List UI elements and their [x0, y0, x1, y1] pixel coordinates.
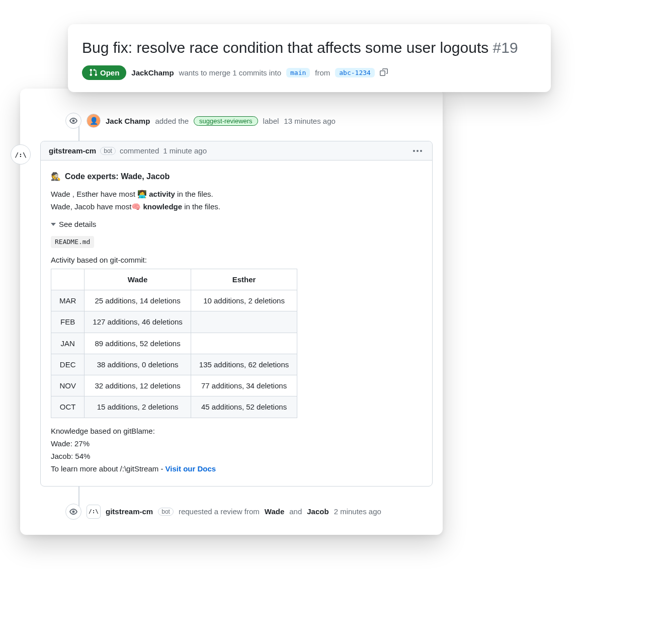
comment-body: 🕵️ Code experts: Wade, Jacob Wade , Esth…: [41, 160, 432, 486]
base-branch-chip[interactable]: main: [286, 68, 310, 77]
pr-title: Bug fix: resolve race condition that aff…: [82, 38, 537, 57]
table-cell: 135 additions, 62 deletions: [191, 354, 297, 375]
table-cell: DEC: [51, 354, 85, 375]
table-header: [51, 269, 85, 290]
table-row: MAR25 additions, 14 deletions10 addition…: [51, 290, 297, 311]
event-time: 2 minutes ago: [334, 507, 381, 516]
chevron-down-icon: [51, 222, 56, 227]
pr-header-card: Bug fix: resolve race condition that aff…: [68, 24, 551, 92]
person-computer-icon: 👩‍💻: [137, 190, 147, 198]
table-row: NOV32 additions, 12 deletions77 addition…: [51, 375, 297, 396]
table-cell: FEB: [51, 311, 85, 333]
table-cell: 15 additions, 2 deletions: [85, 396, 191, 418]
pr-state-text: Open: [100, 68, 119, 77]
activity-table: Wade Esther MAR25 additions, 14 deletion…: [51, 269, 297, 418]
user-avatar[interactable]: 👤: [87, 114, 101, 128]
learn-more-line: To learn more about /:\gitStream - Visit…: [51, 463, 422, 474]
from-text: from: [315, 68, 330, 77]
event-author[interactable]: gitstream-cm: [106, 507, 153, 516]
event-action: requested a review from: [179, 507, 260, 516]
detective-icon: 🕵️: [51, 171, 61, 183]
event-suffix: label: [263, 117, 279, 125]
pr-author[interactable]: JackChamp: [131, 68, 174, 77]
comment-action: commented: [120, 146, 159, 155]
knowledge-caption: Knowledge based on gitBlame:: [51, 425, 422, 437]
pr-number: #19: [493, 39, 518, 56]
details-toggle[interactable]: See details: [51, 218, 422, 230]
timeline-event-review: /:\ gitstream-cm bot requested a review …: [65, 500, 433, 520]
comment-card: /:\ gitstream-cm bot commented 1 minute …: [40, 141, 433, 487]
eye-icon: [65, 113, 81, 129]
table-cell: OCT: [51, 396, 85, 418]
knowledge-row: Wade: 27%: [51, 438, 422, 449]
event-action: added the: [155, 117, 189, 125]
event-user[interactable]: Jack Champ: [106, 117, 150, 125]
docs-link[interactable]: Visit our Docs: [166, 464, 216, 473]
activity-caption: Activity based on git-commit:: [51, 254, 422, 266]
activity-line: Wade , Esther have most 👩‍💻 activity in …: [51, 188, 422, 200]
bot-badge: bot: [158, 508, 174, 516]
comment-author[interactable]: gitstream-cm: [49, 146, 96, 155]
and-text: and: [289, 507, 302, 516]
table-row: FEB127 additions, 46 deletions: [51, 311, 297, 333]
table-cell: 127 additions, 46 deletions: [85, 311, 191, 333]
kebab-menu-button[interactable]: [411, 148, 424, 154]
knowledge-line: Wade, Jacob have most🧠 knowledge in the …: [51, 201, 422, 212]
brain-icon: 🧠: [131, 202, 141, 211]
table-cell: 45 additions, 52 deletions: [191, 396, 297, 418]
code-experts-heading: 🕵️ Code experts: Wade, Jacob: [51, 171, 422, 183]
timeline-event-label: 👤 Jack Champ added the suggest-reviewers…: [65, 109, 433, 141]
bot-avatar[interactable]: /:\: [11, 144, 31, 165]
reviewer-name[interactable]: Jacob: [307, 507, 328, 516]
pr-state-pill: Open: [82, 65, 126, 80]
table-row: JAN89 additions, 52 deletions: [51, 333, 297, 354]
table-cell: MAR: [51, 290, 85, 311]
table-cell: [191, 333, 297, 354]
bot-avatar-small[interactable]: /:\: [87, 505, 101, 519]
copy-icon[interactable]: [380, 68, 388, 76]
event-time: 13 minutes ago: [284, 117, 336, 125]
table-row: OCT15 additions, 2 deletions45 additions…: [51, 396, 297, 418]
table-header: Wade: [85, 269, 191, 290]
merge-text: wants to merge 1 commits into: [179, 68, 281, 77]
table-row: DEC38 additions, 0 deletions135 addition…: [51, 354, 297, 375]
table-header: Esther: [191, 269, 297, 290]
head-branch-chip[interactable]: abc-1234: [335, 68, 375, 77]
table-cell: JAN: [51, 333, 85, 354]
git-pull-request-icon: [89, 68, 97, 76]
table-cell: 32 additions, 12 deletions: [85, 375, 191, 396]
file-chip[interactable]: README.md: [51, 236, 94, 248]
table-cell: [191, 311, 297, 333]
table-cell: 77 additions, 34 deletions: [191, 375, 297, 396]
pr-meta-line: Open JackChamp wants to merge 1 commits …: [82, 65, 537, 80]
timeline-panel: 👤 Jack Champ added the suggest-reviewers…: [20, 89, 443, 535]
pr-title-text: Bug fix: resolve race condition that aff…: [82, 39, 488, 56]
table-cell: 38 additions, 0 deletions: [85, 354, 191, 375]
bot-badge: bot: [100, 147, 116, 155]
table-cell: 10 additions, 2 deletions: [191, 290, 297, 311]
comment-header: gitstream-cm bot commented 1 minute ago: [41, 141, 432, 160]
reviewer-name[interactable]: Wade: [265, 507, 284, 516]
eye-icon: [65, 504, 81, 520]
table-cell: NOV: [51, 375, 85, 396]
label-pill[interactable]: suggest-reviewers: [194, 116, 258, 126]
knowledge-row: Jacob: 54%: [51, 450, 422, 462]
table-cell: 25 additions, 14 deletions: [85, 290, 191, 311]
table-cell: 89 additions, 52 deletions: [85, 333, 191, 354]
comment-time: 1 minute ago: [163, 146, 207, 155]
